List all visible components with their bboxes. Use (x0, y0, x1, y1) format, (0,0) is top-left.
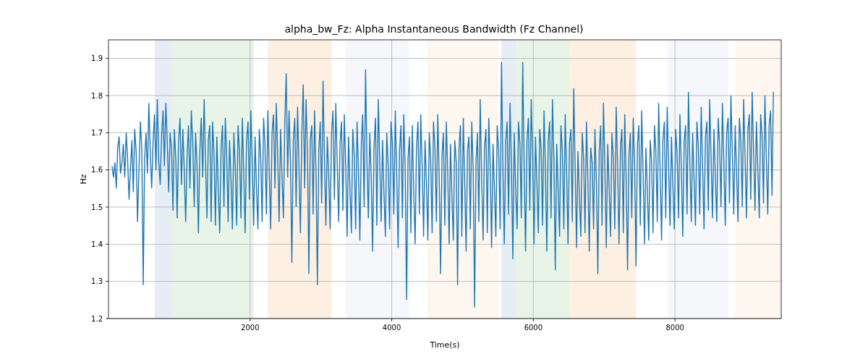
y-tick-label: 1.7 (91, 129, 103, 137)
y-axis-label: Hz (76, 40, 90, 319)
figure: alpha_bw_Fz: Alpha Instantaneous Bandwid… (0, 0, 868, 362)
y-tick-label: 1.3 (91, 277, 103, 285)
x-tick-label: 2000 (241, 324, 259, 332)
x-tick-label: 6000 (524, 324, 542, 332)
plot-area: 1.21.31.41.51.61.71.81.92000400060008000 (109, 40, 781, 319)
y-tick-label: 1.4 (91, 240, 103, 248)
x-tick-label: 8000 (665, 324, 684, 332)
y-tick-label: 1.5 (91, 203, 103, 211)
x-tick-label: 4000 (383, 324, 401, 332)
y-tick-label: 1.9 (91, 54, 103, 62)
x-axis-label: Time(s) (109, 340, 781, 350)
chart-title: alpha_bw_Fz: Alpha Instantaneous Bandwid… (0, 23, 868, 35)
region-lilac (668, 40, 728, 319)
y-tick-label: 1.6 (91, 166, 103, 174)
y-tick-label: 1.8 (91, 92, 103, 100)
chart-svg: 1.21.31.41.51.61.71.81.92000400060008000 (109, 40, 781, 319)
region-blue (155, 40, 172, 319)
y-tick-label: 1.2 (91, 315, 103, 323)
